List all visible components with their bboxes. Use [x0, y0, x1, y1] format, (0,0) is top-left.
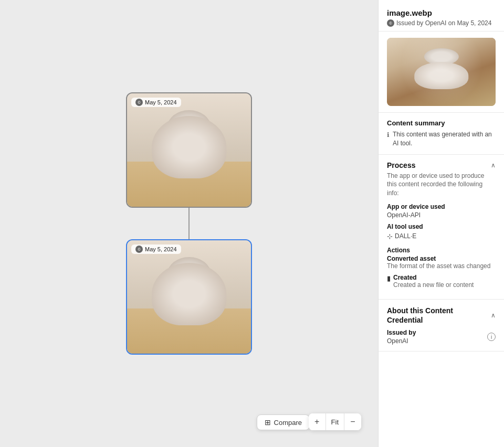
process-subtitle: The app or device used to produce this c… [387, 172, 496, 198]
process-header[interactable]: Process ∧ [387, 161, 496, 169]
process-chevron: ∧ [491, 162, 496, 169]
thumbnail-container [379, 31, 504, 113]
content-summary-section: Content summary ℹ This content was gener… [379, 113, 504, 155]
created-icon: ▮ [387, 274, 391, 282]
cat-body-top [152, 116, 226, 178]
top-image-card[interactable]: © May 5, 2024 [126, 92, 252, 208]
sidebar-header: image.webp © Issued by OpenAI on May 5, … [379, 0, 504, 31]
action-created-text: Created Created a new file or content [393, 274, 474, 289]
content-summary-title: Content summary [387, 119, 496, 127]
canvas-area: © May 5, 2024 © May 5, 2024 ⊞ Compare + [0, 0, 378, 447]
bottom-card-date: May 5, 2024 [145, 246, 177, 252]
issued-by-label: Issued by [387, 329, 416, 336]
zoom-out-icon: − [350, 417, 355, 427]
action-created: ▮ Created Created a new file or content [387, 274, 496, 289]
bottom-cat-image [127, 240, 251, 354]
c2pa-badge-icon: © [387, 19, 394, 27]
bottom-card-date-badge: © May 5, 2024 [131, 244, 181, 254]
process-section: Process ∧ The app or device used to prod… [379, 155, 504, 300]
zoom-controls: + Fit − [309, 413, 361, 430]
about-chevron: ∧ [491, 312, 496, 319]
content-summary-desc: This content was generated with an AI to… [393, 130, 496, 148]
compare-button[interactable]: ⊞ Compare [257, 414, 310, 430]
process-title: Process [387, 161, 415, 169]
issued-by-info-icon[interactable]: i [487, 333, 496, 341]
actions-label: Actions [387, 247, 496, 254]
issued-by-row: Issued by OpenAI i [387, 329, 496, 345]
thumbnail-image [387, 38, 496, 106]
ai-tool-value: ⊹ DALL·E [387, 232, 416, 240]
zoom-in-icon: + [314, 417, 319, 427]
file-title: image.webp [387, 8, 496, 17]
app-value: OpenAI-API [387, 211, 496, 219]
zoom-in-button[interactable]: + [309, 413, 326, 430]
zoom-fit-label[interactable]: Fit [326, 413, 344, 430]
canvas-content: © May 5, 2024 © May 5, 2024 [126, 92, 252, 355]
action-converted-title: Converted asset [387, 255, 496, 262]
top-card-date-badge: © May 5, 2024 [131, 98, 181, 107]
content-summary-info: ℹ This content was generated with an AI … [387, 130, 496, 148]
action-created-title: Created [393, 274, 474, 281]
compare-icon: ⊞ [265, 418, 271, 427]
app-label: App or device used [387, 203, 496, 210]
bottom-image-card[interactable]: © May 5, 2024 [126, 239, 252, 355]
issued-by-group: Issued by OpenAI [387, 329, 416, 345]
action-converted: Converted asset The format of the asset … [387, 255, 496, 270]
about-title: About this Content Credential [387, 306, 491, 325]
top-cat-image [127, 93, 251, 207]
top-card-date: May 5, 2024 [145, 99, 177, 105]
compare-label: Compare [274, 419, 302, 427]
about-section: About this Content Credential ∧ Issued b… [379, 300, 504, 352]
issued-by-line: © Issued by OpenAI on May 5, 2024 [387, 19, 496, 27]
connector-line [188, 208, 190, 239]
action-created-desc: Created a new file or content [393, 281, 474, 289]
action-converted-desc: The format of the asset was changed [387, 262, 496, 270]
about-header[interactable]: About this Content Credential ∧ [387, 306, 496, 325]
issued-by-text: Issued by OpenAI on May 5, 2024 [396, 19, 491, 27]
zoom-out-button[interactable]: − [344, 413, 361, 430]
info-icon: ℹ [387, 131, 390, 140]
dalle-icon: ⊹ [387, 232, 393, 240]
issued-by-value: OpenAI [387, 337, 416, 345]
sidebar: image.webp © Issued by OpenAI on May 5, … [378, 0, 504, 447]
c2pa-icon-bottom: © [135, 246, 143, 253]
c2pa-icon-top: © [135, 99, 143, 106]
cat-body-bottom [152, 263, 226, 325]
ai-tool-label: AI tool used [387, 223, 496, 230]
